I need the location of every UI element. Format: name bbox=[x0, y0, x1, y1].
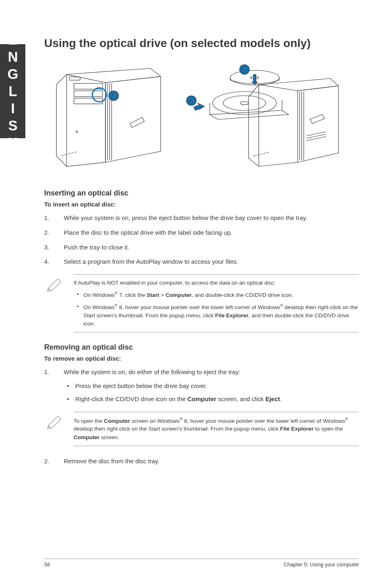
svg-point-8 bbox=[223, 96, 266, 110]
note1-bullet: On Windows® 8, hover your mouse pointer … bbox=[74, 303, 359, 328]
insert-step: Place the disc to the optical drive with… bbox=[44, 228, 359, 237]
insert-sub: To insert an optical disc: bbox=[44, 201, 359, 208]
page-number: 58 bbox=[44, 561, 50, 568]
figure-row: 1 bbox=[44, 62, 359, 168]
svg-marker-12 bbox=[252, 74, 258, 85]
remove-bullet: Press the eject button below the drive b… bbox=[64, 382, 359, 391]
note1-bullet: On Windows® 7, click the Start > Compute… bbox=[74, 290, 359, 299]
svg-rect-2 bbox=[74, 98, 103, 104]
remove-bullet: Right-click the CD/DVD drive icon on the… bbox=[64, 395, 359, 404]
insert-step: Push the tray to close it. bbox=[44, 243, 359, 252]
chapter-label: Chapter 5: Using your computer bbox=[284, 561, 359, 568]
insert-step: While your system is on, press the eject… bbox=[44, 213, 359, 222]
remove-sub: To remove an optical disc: bbox=[44, 355, 359, 362]
callout-3: 3 bbox=[190, 97, 193, 104]
svg-marker-14 bbox=[194, 103, 204, 110]
insert-steps: While your system is on, press the eject… bbox=[44, 213, 359, 266]
svg-point-5 bbox=[92, 88, 106, 102]
remove-step: While the system is on, do either of the… bbox=[44, 368, 359, 403]
svg-point-9 bbox=[240, 101, 249, 105]
note-autoplay: If AutoPlay is NOT enabled in your compu… bbox=[44, 274, 359, 332]
svg-rect-4 bbox=[69, 77, 80, 80]
remove-heading: Removing an optical disc bbox=[44, 343, 359, 352]
page-content: Using the optical drive (on selected mod… bbox=[44, 37, 359, 474]
language-tab: ENGLISH bbox=[0, 44, 25, 138]
svg-point-3 bbox=[76, 131, 78, 132]
figure-closed-drive: 1 bbox=[44, 62, 167, 168]
remove-steps-cont: Remove the disc from the disc tray. bbox=[44, 457, 359, 466]
page-title: Using the optical drive (on selected mod… bbox=[44, 37, 359, 50]
remove-step: Remove the disc from the disc tray. bbox=[44, 457, 359, 466]
callout-1: 1 bbox=[112, 92, 115, 99]
note2-text: To open the Computer screen on Windows® … bbox=[74, 416, 359, 442]
note1-lead: If AutoPlay is NOT enabled in your compu… bbox=[74, 280, 276, 286]
pencil-icon bbox=[46, 413, 62, 429]
remove-steps: While the system is on, do either of the… bbox=[44, 368, 359, 403]
page-footer: 58 Chapter 5: Using your computer bbox=[44, 559, 359, 568]
pencil-icon bbox=[46, 275, 62, 292]
svg-rect-1 bbox=[74, 91, 103, 97]
note-open-computer: To open the Computer screen on Windows® … bbox=[44, 412, 359, 446]
language-label: ENGLISH bbox=[5, 31, 21, 151]
callout-2: 2 bbox=[243, 66, 246, 73]
insert-heading: Inserting an optical disc bbox=[44, 189, 359, 197]
figure-open-drive: 2 3 bbox=[179, 62, 343, 168]
insert-step: Select a program from the AutoPlay windo… bbox=[44, 257, 359, 266]
